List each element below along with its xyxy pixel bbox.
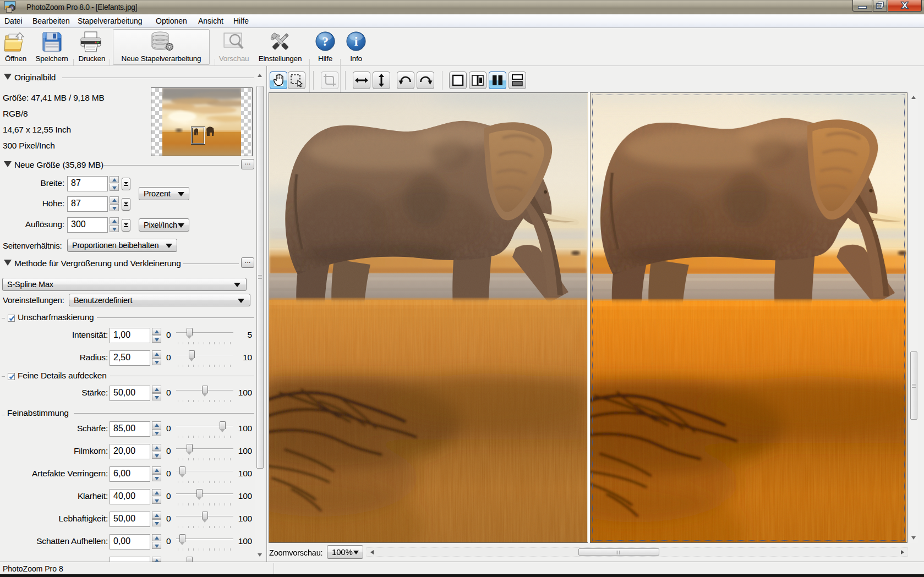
- svg-text:i: i: [354, 34, 358, 48]
- svg-text:?: ?: [322, 34, 329, 48]
